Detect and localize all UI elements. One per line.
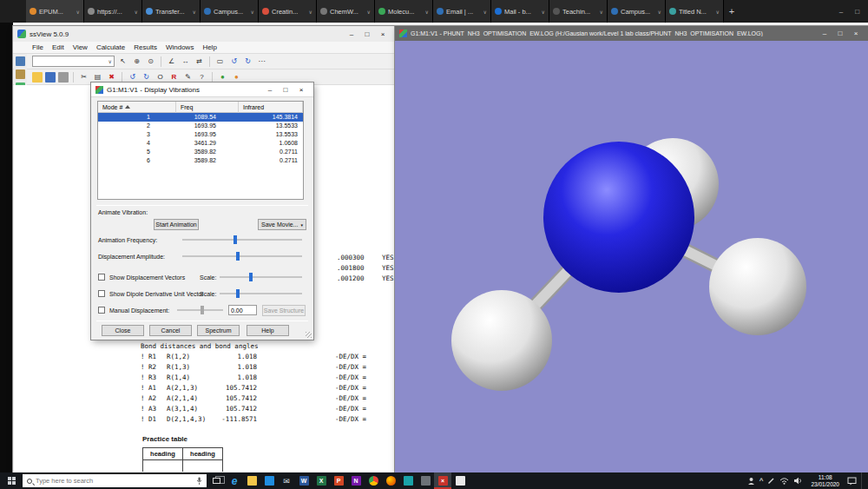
task-view-button[interactable]	[207, 472, 226, 489]
chevron-down-icon[interactable]: ∨	[600, 9, 603, 15]
spectrum-button[interactable]: Spectrum	[197, 325, 240, 336]
settings-button[interactable]	[417, 472, 434, 489]
browser-tab[interactable]: https://... ∨	[84, 0, 142, 23]
action-center-icon[interactable]	[847, 477, 857, 486]
swap-tool-icon[interactable]: ⇄	[194, 56, 205, 67]
chevron-down-icon[interactable]: ∨	[135, 9, 138, 15]
chevron-down-icon[interactable]: ∨	[658, 9, 661, 15]
more-tools-icon[interactable]: ⋯	[256, 56, 267, 67]
fragment-library-icon[interactable]	[16, 69, 25, 79]
maximize-button[interactable]: □	[278, 83, 293, 97]
vibration-mode-row[interactable]: 6 3589.82 0.2711	[98, 156, 303, 165]
column-header-infrared[interactable]: Infrared	[239, 102, 303, 113]
dialog-titlebar[interactable]: G1:M1:V1 - Display Vibrations – □ ×	[91, 83, 313, 97]
fragment-icon[interactable]: ▭	[214, 56, 226, 67]
chevron-down-icon[interactable]: ∨	[193, 9, 196, 15]
start-button[interactable]	[0, 472, 23, 489]
notepad-button[interactable]	[451, 472, 469, 489]
file-explorer-button[interactable]	[243, 472, 260, 489]
redo-icon[interactable]: ↻	[141, 71, 152, 83]
rotate-right-icon[interactable]: ↻	[242, 56, 253, 67]
people-icon[interactable]	[747, 477, 755, 485]
menu-help[interactable]: Help	[202, 43, 216, 51]
print-icon[interactable]	[58, 72, 69, 83]
new-tab-button[interactable]: +	[724, 3, 740, 19]
browser-tab[interactable]: Transfer... ∨	[142, 0, 201, 23]
search-input[interactable]	[36, 477, 193, 485]
chrome-button[interactable]	[365, 472, 382, 489]
menu-view[interactable]: View	[73, 43, 88, 51]
nitrogen-atom[interactable]	[543, 142, 694, 293]
edit-icon[interactable]: ✎	[182, 71, 194, 83]
menu-file[interactable]: File	[32, 43, 43, 51]
save-movie-button[interactable]: Save Movie... ▾	[258, 219, 306, 230]
gaussview-titlebar[interactable]: ssView 5.0.9 – □ ×	[13, 26, 395, 42]
column-header-mode[interactable]: Mode #	[98, 102, 176, 113]
resize-grip[interactable]	[306, 332, 312, 338]
menu-windows[interactable]: Windows	[166, 43, 194, 51]
save-file-icon[interactable]	[45, 72, 56, 83]
browser-tab[interactable]: Titled N... ∨	[666, 0, 724, 23]
bond-tool-icon[interactable]: ↔	[180, 56, 191, 67]
undo-icon[interactable]: ↺	[127, 71, 138, 83]
help-tool-icon[interactable]: ?	[196, 71, 207, 83]
vibration-mode-row[interactable]: 2 1693.95 13.5533	[98, 122, 303, 130]
vectors-scale-slider[interactable]	[220, 273, 302, 281]
browser-tab[interactable]: ChemW... ∨	[317, 0, 375, 23]
molecule-titlebar[interactable]: G1:M1:V1 - PHUNT_NH3_OPTIMISATION_EW.LOG…	[395, 26, 868, 41]
mail-button[interactable]: ✉	[278, 472, 295, 489]
start-animation-button[interactable]: Start Animation	[154, 219, 199, 230]
onenote-button[interactable]: N	[347, 472, 365, 489]
store-button[interactable]	[260, 472, 278, 489]
minimize-button[interactable]: –	[344, 27, 359, 42]
excel-button[interactable]: X	[312, 472, 330, 489]
chevron-down-icon[interactable]: ∨	[251, 9, 254, 15]
manual-displacement-slider[interactable]	[177, 306, 223, 314]
volume-icon[interactable]	[793, 477, 803, 485]
gaussview-taskbar-button[interactable]: ×	[434, 472, 451, 489]
center-view-icon[interactable]: ⊙	[145, 56, 156, 67]
animation-frequency-slider[interactable]	[182, 235, 302, 244]
minimize-button[interactable]: –	[817, 26, 832, 41]
close-button[interactable]: ×	[848, 26, 864, 41]
open-file-icon[interactable]	[32, 72, 43, 83]
browser-tab[interactable]: EPUM... ∨	[26, 0, 84, 23]
hydrogen-atom[interactable]	[451, 290, 552, 391]
menu-results[interactable]: Results	[134, 43, 157, 51]
browser-tab[interactable]: Molecu... ∨	[375, 0, 433, 23]
hydrogen-atom[interactable]	[709, 238, 806, 335]
maximize-button[interactable]: □	[359, 27, 375, 42]
photos-button[interactable]	[399, 472, 417, 489]
select-tool-icon[interactable]: ↖	[117, 56, 128, 67]
taskbar-search[interactable]	[23, 474, 207, 487]
delete-icon[interactable]: ✖	[106, 71, 117, 83]
powerpoint-button[interactable]: P	[330, 472, 347, 489]
cut-icon[interactable]: ✂	[78, 71, 89, 83]
maximize-button[interactable]: □	[832, 26, 848, 41]
browser-tab[interactable]: Teachin... ∨	[549, 0, 608, 23]
microphone-icon[interactable]	[196, 477, 202, 486]
r-group-icon[interactable]: R	[168, 71, 180, 83]
molecule-canvas[interactable]	[395, 41, 868, 472]
browser-tab[interactable]: Creatin... ∨	[259, 0, 317, 23]
displacement-amplitude-slider[interactable]	[182, 252, 302, 261]
minimize-button[interactable]: –	[262, 83, 278, 97]
chevron-down-icon[interactable]: ∨	[483, 9, 487, 15]
chevron-down-icon[interactable]: ∨	[367, 9, 371, 15]
chevron-up-icon[interactable]: ^	[760, 477, 764, 485]
window-maximize-icon[interactable]: □	[855, 8, 859, 16]
taskbar-clock[interactable]: 11:08 23/01/2020	[811, 474, 839, 488]
edge-button[interactable]: e	[226, 472, 243, 489]
menu-edit[interactable]: Edit	[52, 43, 64, 51]
measure-angle-icon[interactable]: ∠	[166, 56, 177, 67]
rotate-left-icon[interactable]: ↺	[228, 56, 240, 67]
column-header-freq[interactable]: Freq	[176, 102, 239, 113]
dipole-scale-slider[interactable]	[220, 289, 302, 298]
chevron-down-icon[interactable]: ∨	[76, 9, 80, 15]
browser-tab[interactable]: Campus... ∨	[201, 0, 259, 23]
word-button[interactable]: W	[295, 472, 312, 489]
chevron-down-icon[interactable]: ∨	[716, 9, 720, 15]
manual-displacement-checkbox[interactable]	[98, 307, 105, 314]
close-button[interactable]: ×	[375, 27, 391, 42]
window-minimize-icon[interactable]: –	[839, 8, 843, 16]
